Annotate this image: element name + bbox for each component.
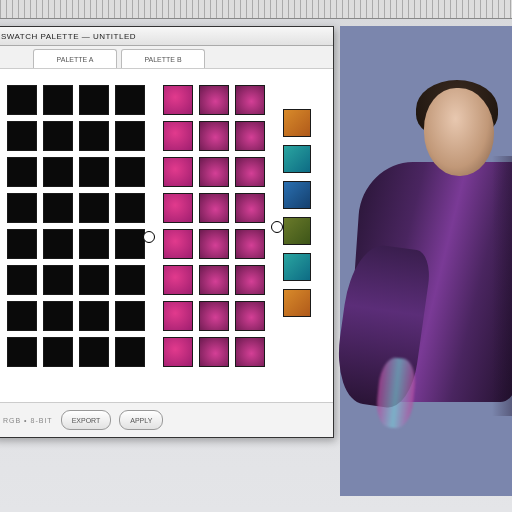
swatch-cell[interactable]: [163, 193, 193, 223]
swatch-grid-a: [7, 85, 145, 367]
swatch-cell[interactable]: [43, 157, 73, 187]
swatch-cell[interactable]: [163, 121, 193, 151]
preview-panel: [340, 26, 512, 496]
swatch-cell[interactable]: [79, 229, 109, 259]
swatch-cell[interactable]: [199, 121, 229, 151]
swatch-cell[interactable]: [199, 157, 229, 187]
swatch-cell[interactable]: [235, 301, 265, 331]
swatch-cell[interactable]: [163, 157, 193, 187]
swatch-cell[interactable]: [115, 193, 145, 223]
swatch-cell[interactable]: [79, 121, 109, 151]
swatch-cell[interactable]: [199, 337, 229, 367]
swatch-cell[interactable]: [235, 157, 265, 187]
swatch-cell[interactable]: [115, 301, 145, 331]
swatch-cell[interactable]: [115, 157, 145, 187]
swatch-canvas: [0, 69, 333, 423]
swatch-cell[interactable]: [283, 109, 311, 137]
swatch-cell[interactable]: [79, 193, 109, 223]
swatch-cell[interactable]: [283, 217, 311, 245]
swatch-cell[interactable]: [235, 121, 265, 151]
swatch-cell[interactable]: [235, 265, 265, 295]
swatch-cell[interactable]: [163, 229, 193, 259]
swatch-cell[interactable]: [43, 337, 73, 367]
swatch-cell[interactable]: [43, 265, 73, 295]
swatch-cell[interactable]: [235, 193, 265, 223]
swatch-cell[interactable]: [115, 265, 145, 295]
swatch-cell[interactable]: [235, 337, 265, 367]
swatch-cell[interactable]: [79, 157, 109, 187]
swatch-cell[interactable]: [115, 229, 145, 259]
footer-status: RGB • 8-BIT: [3, 417, 53, 424]
window-titlebar[interactable]: SWATCH PALETTE — UNTITLED: [0, 27, 333, 46]
swatch-cell[interactable]: [283, 181, 311, 209]
top-ruler: [0, 0, 512, 19]
swatch-cell[interactable]: [7, 157, 37, 187]
figure-shadow: [492, 156, 512, 416]
export-button[interactable]: EXPORT: [61, 410, 112, 430]
swatch-cell[interactable]: [79, 85, 109, 115]
swatch-cell[interactable]: [7, 121, 37, 151]
swatch-cell[interactable]: [7, 85, 37, 115]
swatch-cell[interactable]: [283, 289, 311, 317]
window-footer: RGB • 8-BIT EXPORT APPLY: [0, 402, 333, 437]
window-title: SWATCH PALETTE — UNTITLED: [1, 32, 136, 41]
swatch-cell[interactable]: [199, 301, 229, 331]
swatch-cell[interactable]: [43, 121, 73, 151]
swatch-cell[interactable]: [7, 301, 37, 331]
swatch-cell[interactable]: [7, 193, 37, 223]
swatch-cell[interactable]: [43, 301, 73, 331]
swatch-cell[interactable]: [7, 337, 37, 367]
swatch-side-strip: [283, 109, 311, 317]
swatch-cell[interactable]: [115, 121, 145, 151]
swatch-grid-b: [163, 85, 265, 367]
swatch-cell[interactable]: [163, 301, 193, 331]
swatch-cell[interactable]: [43, 229, 73, 259]
group-handle-left[interactable]: [143, 231, 155, 243]
swatch-cell[interactable]: [199, 229, 229, 259]
swatch-cell[interactable]: [115, 337, 145, 367]
swatch-cell[interactable]: [79, 337, 109, 367]
swatch-cell[interactable]: [235, 85, 265, 115]
swatch-cell[interactable]: [163, 265, 193, 295]
figure-head: [424, 88, 494, 176]
desktop-background: SWATCH PALETTE — UNTITLED PALETTE A PALE…: [0, 0, 512, 512]
swatch-cell[interactable]: [43, 193, 73, 223]
swatch-cell[interactable]: [199, 85, 229, 115]
tab-strip: PALETTE A PALETTE B: [0, 46, 333, 69]
tab-palette-b[interactable]: PALETTE B: [121, 49, 205, 68]
swatch-cell[interactable]: [7, 265, 37, 295]
swatch-cell[interactable]: [7, 229, 37, 259]
swatch-cell[interactable]: [115, 85, 145, 115]
swatch-cell[interactable]: [43, 85, 73, 115]
swatch-cell[interactable]: [283, 253, 311, 281]
swatch-cell[interactable]: [163, 85, 193, 115]
swatch-cell[interactable]: [199, 193, 229, 223]
swatch-cell[interactable]: [283, 145, 311, 173]
swatch-editor-window: SWATCH PALETTE — UNTITLED PALETTE A PALE…: [0, 26, 334, 438]
tab-palette-a[interactable]: PALETTE A: [33, 49, 117, 68]
swatch-cell[interactable]: [235, 229, 265, 259]
swatch-cell[interactable]: [163, 337, 193, 367]
swatch-cell[interactable]: [79, 301, 109, 331]
preview-figure: [332, 76, 512, 496]
apply-button[interactable]: APPLY: [119, 410, 163, 430]
group-handle-right[interactable]: [271, 221, 283, 233]
swatch-cell[interactable]: [199, 265, 229, 295]
swatch-cell[interactable]: [79, 265, 109, 295]
